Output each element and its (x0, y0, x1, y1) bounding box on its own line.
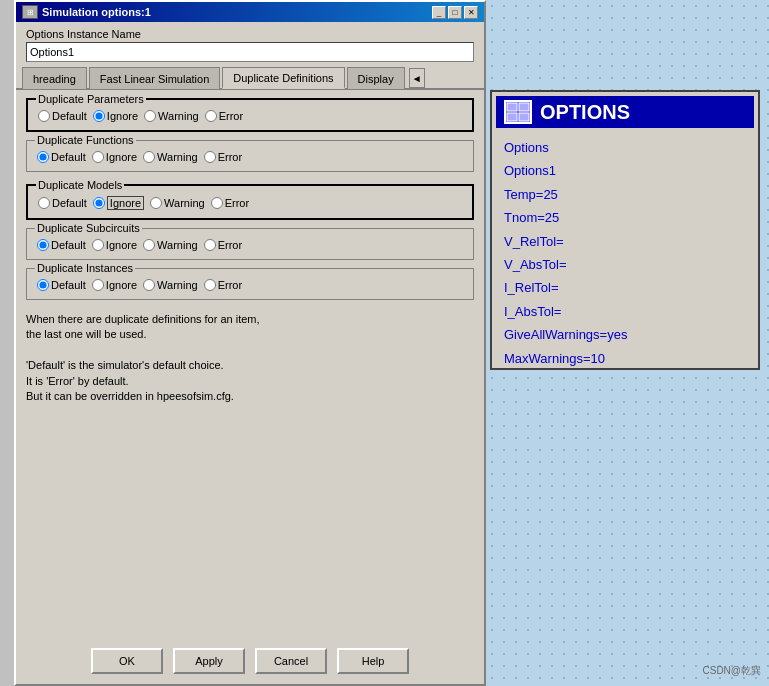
tab-scroll-left[interactable]: ◄ (409, 68, 425, 88)
func-default-radio[interactable] (37, 151, 49, 163)
ok-button[interactable]: OK (91, 648, 163, 674)
model-default-radio[interactable] (38, 197, 50, 209)
minimize-button[interactable]: _ (432, 6, 446, 19)
model-default-option[interactable]: Default (38, 197, 87, 209)
dialog-title: Simulation options:1 (42, 6, 151, 18)
dialog-window: ⊞ Simulation options:1 _ □ ✕ Options Ins… (14, 0, 486, 686)
options-list: Options Options1 Temp=25 Tnom=25 V_RelTo… (492, 132, 758, 374)
options-item-4: V_RelTol= (504, 230, 746, 253)
param-ignore-option[interactable]: Ignore (93, 110, 138, 122)
options-item-6: I_RelTol= (504, 276, 746, 299)
duplicate-functions-options: Default Ignore Warning Error (37, 145, 463, 163)
cancel-button[interactable]: Cancel (255, 648, 327, 674)
close-button[interactable]: ✕ (464, 6, 478, 19)
right-panel: OPTIONS Options Options1 Temp=25 Tnom=25… (490, 90, 760, 370)
duplicate-instances-group: Duplicate Instances Default Ignore Warni… (26, 268, 474, 300)
sub-error-option[interactable]: Error (204, 239, 242, 251)
info-line-4: It is 'Error' by default. (26, 374, 474, 389)
param-warning-radio[interactable] (144, 110, 156, 122)
inst-ignore-option[interactable]: Ignore (92, 279, 137, 291)
watermark: CSDN@乾巽 (703, 664, 762, 678)
inst-ignore-radio[interactable] (92, 279, 104, 291)
sub-ignore-radio[interactable] (92, 239, 104, 251)
param-default-option[interactable]: Default (38, 110, 87, 122)
tab-bar: hreading Fast Linear Simulation Duplicat… (16, 66, 484, 90)
duplicate-subcircuits-legend: Duplicate Subcircuits (35, 222, 142, 234)
duplicate-instances-legend: Duplicate Instances (35, 262, 135, 274)
duplicate-models-group: Duplicate Models Default Ignore Warning … (26, 184, 474, 220)
model-ignore-box: Ignore (107, 196, 144, 210)
model-warning-option[interactable]: Warning (150, 197, 205, 209)
info-line-5: But it can be overridden in hpeesofsim.c… (26, 389, 474, 404)
apply-button[interactable]: Apply (173, 648, 245, 674)
duplicate-models-options: Default Ignore Warning Error (38, 190, 462, 210)
duplicate-functions-group: Duplicate Functions Default Ignore Warni… (26, 140, 474, 172)
inst-error-radio[interactable] (204, 279, 216, 291)
model-error-radio[interactable] (211, 197, 223, 209)
sub-warning-option[interactable]: Warning (143, 239, 198, 251)
model-warning-radio[interactable] (150, 197, 162, 209)
options-item-2: Temp=25 (504, 183, 746, 206)
param-error-option[interactable]: Error (205, 110, 243, 122)
options-item-8: GiveAllWarnings=yes (504, 323, 746, 346)
func-warning-option[interactable]: Warning (143, 151, 198, 163)
options-title: OPTIONS (540, 101, 630, 124)
func-error-radio[interactable] (204, 151, 216, 163)
duplicate-parameters-options: Default Ignore Warning Error (38, 104, 462, 122)
options-item-1: Options1 (504, 159, 746, 182)
options-icon (504, 100, 532, 124)
info-line-3: 'Default' is the simulator's default cho… (26, 358, 474, 373)
duplicate-functions-legend: Duplicate Functions (35, 134, 136, 146)
svg-rect-1 (519, 103, 529, 111)
inst-default-radio[interactable] (37, 279, 49, 291)
options-item-7: I_AbsTol= (504, 300, 746, 323)
title-bar-buttons: _ □ ✕ (432, 6, 478, 19)
svg-rect-2 (507, 113, 517, 121)
title-bar: ⊞ Simulation options:1 _ □ ✕ (16, 2, 484, 22)
sub-ignore-option[interactable]: Ignore (92, 239, 137, 251)
dialog-icon: ⊞ (22, 5, 38, 19)
sub-default-radio[interactable] (37, 239, 49, 251)
duplicate-subcircuits-options: Default Ignore Warning Error (37, 233, 463, 251)
button-row: OK Apply Cancel Help (16, 648, 484, 674)
model-ignore-radio[interactable] (93, 197, 105, 209)
sub-error-radio[interactable] (204, 239, 216, 251)
func-warning-radio[interactable] (143, 151, 155, 163)
help-button[interactable]: Help (337, 648, 409, 674)
maximize-button[interactable]: □ (448, 6, 462, 19)
duplicate-parameters-legend: Duplicate Parameters (36, 93, 146, 105)
inst-warning-radio[interactable] (143, 279, 155, 291)
duplicate-parameters-group: Duplicate Parameters Default Ignore Warn… (26, 98, 474, 132)
func-error-option[interactable]: Error (204, 151, 242, 163)
inst-default-option[interactable]: Default (37, 279, 86, 291)
duplicate-subcircuits-group: Duplicate Subcircuits Default Ignore War… (26, 228, 474, 260)
svg-rect-3 (519, 113, 529, 121)
options-icon-svg (506, 102, 530, 122)
options-item-5: V_AbsTol= (504, 253, 746, 276)
duplicate-models-legend: Duplicate Models (36, 179, 124, 191)
func-ignore-option[interactable]: Ignore (92, 151, 137, 163)
func-default-option[interactable]: Default (37, 151, 86, 163)
inst-warning-option[interactable]: Warning (143, 279, 198, 291)
tab-fast-linear[interactable]: Fast Linear Simulation (89, 67, 220, 89)
func-ignore-radio[interactable] (92, 151, 104, 163)
svg-rect-0 (507, 103, 517, 111)
content-area: Duplicate Parameters Default Ignore Warn… (16, 90, 484, 416)
param-default-radio[interactable] (38, 110, 50, 122)
param-warning-option[interactable]: Warning (144, 110, 199, 122)
tab-display[interactable]: Display (347, 67, 405, 89)
model-error-option[interactable]: Error (211, 197, 249, 209)
sub-default-option[interactable]: Default (37, 239, 86, 251)
param-ignore-radio[interactable] (93, 110, 105, 122)
options-header: OPTIONS (496, 96, 754, 128)
param-error-radio[interactable] (205, 110, 217, 122)
info-line-1: When there are duplicate definitions for… (26, 312, 474, 327)
tab-duplicate-defs[interactable]: Duplicate Definitions (222, 67, 344, 89)
options-item-3: Tnom=25 (504, 206, 746, 229)
sub-warning-radio[interactable] (143, 239, 155, 251)
instance-input[interactable] (26, 42, 474, 62)
tab-threading[interactable]: hreading (22, 67, 87, 89)
model-ignore-option[interactable]: Ignore (93, 196, 144, 210)
info-line-2: the last one will be used. (26, 327, 474, 342)
inst-error-option[interactable]: Error (204, 279, 242, 291)
